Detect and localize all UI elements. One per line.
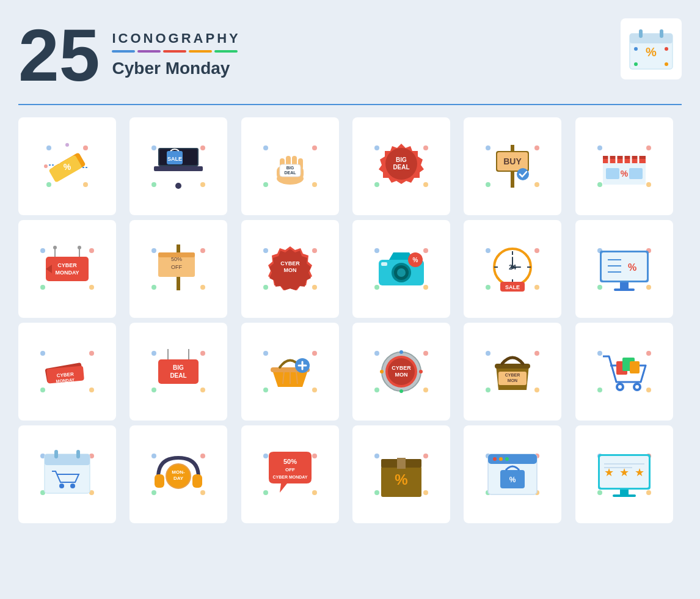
svg-point-224 [263, 490, 268, 495]
svg-point-45 [423, 145, 428, 150]
icon-24-sale-clock: 24 SALE [464, 220, 561, 318]
svg-point-231 [374, 490, 379, 495]
svg-point-13 [65, 143, 69, 147]
svg-point-44 [374, 145, 379, 150]
svg-text:%: % [413, 257, 418, 263]
icon-cyber-mon-circle: CYBER MON [352, 323, 450, 421]
svg-rect-3 [660, 29, 663, 38]
svg-point-223 [312, 454, 317, 458]
svg-point-215 [151, 490, 156, 495]
svg-text:CYBER: CYBER [505, 373, 520, 377]
svg-text:%: % [628, 262, 636, 273]
svg-point-77 [89, 248, 94, 253]
icon-headphones-monday: MON- DAY [129, 425, 227, 523]
svg-point-61 [597, 145, 602, 150]
svg-text:%: % [64, 162, 71, 172]
color-bar-blue [112, 50, 135, 53]
icon-grid: % SALE [18, 117, 682, 523]
svg-point-194 [597, 388, 602, 392]
svg-point-174 [423, 388, 428, 392]
svg-point-245 [499, 457, 503, 461]
svg-point-152 [200, 351, 205, 356]
svg-point-230 [423, 454, 428, 458]
svg-text:MON: MON [283, 267, 296, 273]
svg-text:MONDAY: MONDAY [55, 270, 79, 276]
icon-monitor-stars: ★ ★ ★ [575, 425, 673, 523]
icon-calendar-cart [18, 425, 116, 523]
svg-text:MON: MON [508, 378, 517, 383]
svg-point-154 [200, 388, 205, 392]
header: 25 ICONOGRAPHY Cyber Monday % [18, 18, 682, 92]
svg-point-64 [646, 182, 651, 187]
color-bar-green [214, 50, 238, 53]
svg-point-116 [486, 248, 490, 253]
svg-point-184 [486, 351, 490, 356]
svg-point-161 [312, 351, 317, 356]
svg-point-211 [59, 483, 64, 488]
svg-point-173 [374, 388, 379, 392]
svg-point-146 [89, 388, 94, 392]
svg-text:DEAL: DEAL [170, 372, 187, 379]
color-bars [112, 50, 240, 53]
svg-point-252 [646, 490, 651, 495]
svg-rect-1 [630, 34, 673, 43]
svg-point-162 [263, 388, 268, 392]
svg-text:SALE: SALE [167, 156, 182, 162]
svg-text:BIG: BIG [396, 156, 407, 163]
svg-text:DEAL: DEAL [393, 164, 409, 171]
svg-point-171 [374, 351, 379, 356]
svg-point-6 [665, 47, 668, 51]
svg-point-46 [374, 182, 379, 187]
svg-rect-2 [639, 29, 643, 38]
svg-point-63 [597, 182, 602, 187]
svg-point-8 [665, 62, 668, 66]
svg-point-213 [151, 454, 156, 458]
svg-point-14 [44, 164, 48, 168]
svg-point-12 [83, 182, 88, 187]
icon-camera-discount: % [352, 220, 450, 318]
svg-point-10 [83, 145, 88, 150]
svg-point-160 [263, 351, 268, 356]
svg-rect-210 [76, 450, 80, 458]
svg-point-187 [534, 388, 539, 392]
svg-point-133 [597, 285, 602, 290]
svg-point-100 [312, 285, 317, 290]
icon-discount-tag: % [18, 117, 116, 215]
svg-point-82 [53, 246, 57, 249]
svg-point-193 [646, 351, 651, 356]
svg-point-30 [175, 183, 181, 189]
svg-point-5 [634, 47, 638, 51]
svg-text:MONDAY: MONDAY [56, 378, 75, 384]
svg-rect-218 [192, 474, 202, 488]
svg-point-216 [200, 490, 205, 495]
subtitle: Cyber Monday [112, 59, 240, 78]
svg-point-31 [263, 145, 268, 150]
svg-point-105 [374, 248, 379, 253]
svg-point-108 [423, 285, 428, 290]
svg-point-117 [534, 248, 539, 253]
svg-rect-236 [397, 458, 406, 469]
svg-point-24 [200, 182, 205, 187]
svg-point-186 [486, 388, 490, 392]
svg-text:OFF: OFF [171, 264, 182, 270]
svg-point-32 [312, 145, 317, 150]
svg-point-33 [263, 182, 268, 187]
svg-point-52 [486, 145, 490, 150]
svg-point-180 [399, 350, 403, 354]
svg-point-151 [151, 351, 156, 356]
color-bar-orange [189, 50, 212, 53]
svg-point-143 [40, 351, 45, 356]
svg-point-212 [70, 483, 75, 488]
svg-rect-84 [46, 257, 89, 281]
svg-point-112 [397, 268, 406, 277]
icon-big-deal-hanging: BIG DEAL [129, 323, 227, 421]
svg-point-7 [634, 62, 638, 66]
svg-point-91 [200, 285, 205, 290]
svg-point-53 [534, 145, 539, 150]
svg-rect-217 [155, 474, 164, 488]
svg-point-21 [151, 145, 156, 150]
svg-point-78 [40, 285, 45, 290]
svg-text:%: % [646, 45, 657, 59]
svg-point-182 [399, 389, 403, 393]
svg-text:%: % [395, 471, 407, 488]
